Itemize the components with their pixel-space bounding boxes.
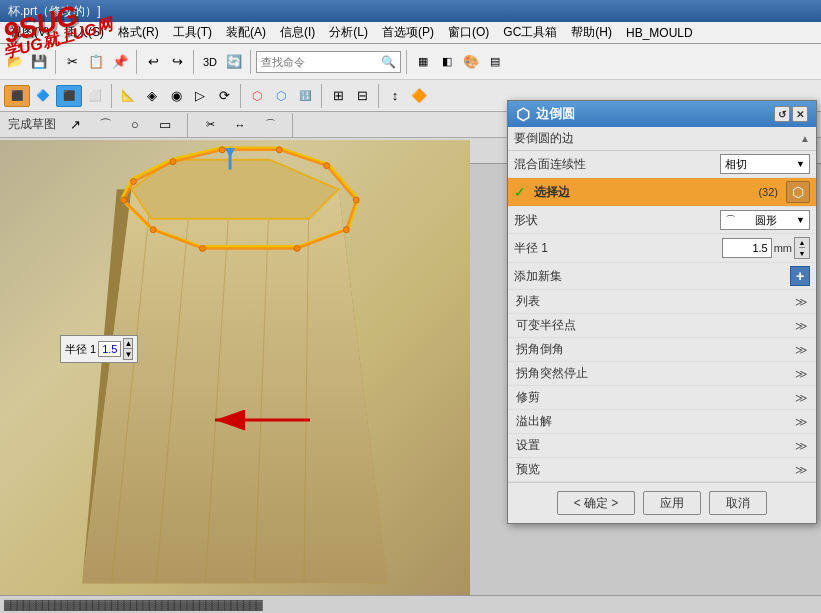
- undo-icon[interactable]: ↩: [142, 51, 164, 73]
- dialog-title-buttons: ↺ ✕: [774, 106, 808, 122]
- radius-popup-value[interactable]: 1.5: [98, 341, 121, 357]
- display-icon[interactable]: ◧: [436, 51, 458, 73]
- tool4-icon[interactable]: ⬜: [84, 85, 106, 107]
- 3d-view-icon[interactable]: 3D: [199, 51, 221, 73]
- paste-icon[interactable]: 📌: [109, 51, 131, 73]
- menu-info[interactable]: 信息(I): [274, 22, 321, 43]
- spin-up[interactable]: ▲: [124, 339, 132, 349]
- preview-label: 预览: [516, 461, 795, 478]
- menu-hbmould[interactable]: HB_MOULD: [620, 24, 699, 42]
- arc-icon[interactable]: ⌒: [94, 114, 116, 136]
- tool1-icon[interactable]: ⬛: [4, 85, 30, 107]
- menu-format[interactable]: 格式(R): [112, 22, 165, 43]
- toolbar-row1: 📂 💾 ✂ 📋 📌 ↩ ↪ 3D 🔄 🔍 ▦ ◧ 🎨 ▤: [0, 44, 821, 80]
- menu-help[interactable]: 帮助(H): [565, 22, 618, 43]
- tool10-icon[interactable]: ⬡: [246, 85, 268, 107]
- fillet-icon[interactable]: ⌒: [259, 114, 281, 136]
- menu-view[interactable]: 视图(V): [4, 22, 56, 43]
- tool9-icon[interactable]: ⟳: [213, 85, 235, 107]
- list-label: 列表: [516, 293, 795, 310]
- shape-combo[interactable]: ⌒ 圆形 ▼: [720, 210, 810, 230]
- radius1-spin[interactable]: ▲ ▼: [794, 237, 810, 259]
- menu-preferences[interactable]: 首选项(P): [376, 22, 440, 43]
- search-input[interactable]: [261, 56, 381, 68]
- rotate-icon[interactable]: 🔄: [223, 51, 245, 73]
- overflow-row[interactable]: 溢出解 ≫: [508, 410, 816, 434]
- svg-point-16: [353, 197, 359, 203]
- radius-spin[interactable]: ▲ ▼: [123, 338, 133, 360]
- dialog-title-icon: ⬡: [516, 105, 530, 124]
- tool14-icon[interactable]: ⊟: [351, 85, 373, 107]
- tool5-icon[interactable]: 📐: [117, 85, 139, 107]
- radius1-down[interactable]: ▼: [799, 248, 806, 258]
- grid-icon[interactable]: ▦: [412, 51, 434, 73]
- corner-sudden-row[interactable]: 拐角突然停止 ≫: [508, 362, 816, 386]
- menu-assembly[interactable]: 装配(A): [220, 22, 272, 43]
- redo-icon[interactable]: ↪: [166, 51, 188, 73]
- settings-icon: ≫: [795, 439, 808, 453]
- dialog-refresh-btn[interactable]: ↺: [774, 106, 790, 122]
- menu-analysis[interactable]: 分析(L): [323, 22, 374, 43]
- shape-icon: ⌒: [725, 213, 736, 228]
- open-icon[interactable]: 📂: [4, 51, 26, 73]
- settings-row[interactable]: 设置 ≫: [508, 434, 816, 458]
- layer-icon[interactable]: ▤: [484, 51, 506, 73]
- tool3-icon[interactable]: ⬛: [56, 85, 82, 107]
- select-edge-row[interactable]: ✓ 选择边 (32) ⬡: [508, 178, 816, 207]
- trim-icon[interactable]: ✂: [199, 114, 221, 136]
- edge-selector-icon[interactable]: ⬡: [786, 181, 810, 203]
- var-radius-icon: ≫: [795, 319, 808, 333]
- status-text: ▓▓▓▓▓▓▓▓▓▓▓▓▓▓▓▓▓▓▓▓▓▓▓▓▓▓▓▓▓▓▓▓▓▓▓▓▓▓▓▓…: [4, 599, 262, 610]
- separator5: [406, 50, 407, 74]
- search-box: 🔍: [256, 51, 401, 73]
- tool16-icon[interactable]: 🔶: [408, 85, 430, 107]
- preview-icon: ≫: [795, 463, 808, 477]
- radius1-input[interactable]: [722, 238, 772, 258]
- tool2-icon[interactable]: 🔷: [32, 85, 54, 107]
- tool11-icon[interactable]: ⬡: [270, 85, 292, 107]
- extend-icon[interactable]: ↔: [229, 114, 251, 136]
- viewport[interactable]: 半径 1 1.5 ▲ ▼: [0, 140, 470, 613]
- menu-tools[interactable]: 工具(T): [167, 22, 218, 43]
- search-icon[interactable]: 🔍: [381, 55, 396, 69]
- tool6-icon[interactable]: ◈: [141, 85, 163, 107]
- ok-button[interactable]: < 确定 >: [557, 491, 636, 515]
- cancel-button[interactable]: 取消: [709, 491, 767, 515]
- tool12-icon[interactable]: 🔢: [294, 85, 316, 107]
- dialog-close-btn[interactable]: ✕: [792, 106, 808, 122]
- spin-down[interactable]: ▼: [124, 349, 132, 359]
- preview-row[interactable]: 预览 ≫: [508, 458, 816, 482]
- add-set-btn[interactable]: +: [790, 266, 810, 286]
- select-edge-count: (32): [758, 186, 778, 198]
- var-radius-row[interactable]: 可变半径点 ≫: [508, 314, 816, 338]
- sep2-1: [111, 84, 112, 108]
- separator4: [250, 50, 251, 74]
- circle-icon[interactable]: ○: [124, 114, 146, 136]
- save-icon[interactable]: 💾: [28, 51, 50, 73]
- edge-selector-cube: ⬡: [792, 184, 804, 200]
- rect-icon[interactable]: ▭: [154, 114, 176, 136]
- sep2-2: [240, 84, 241, 108]
- menu-insert[interactable]: 插入(S): [58, 22, 110, 43]
- render-icon[interactable]: 🎨: [460, 51, 482, 73]
- svg-point-21: [121, 197, 127, 203]
- trim-row[interactable]: 修剪 ≫: [508, 386, 816, 410]
- tool15-icon[interactable]: ↕: [384, 85, 406, 107]
- menu-window[interactable]: 窗口(O): [442, 22, 495, 43]
- edge-section-collapse[interactable]: ▲: [800, 133, 810, 144]
- dialog-title-bar[interactable]: ⬡ 边倒圆 ↺ ✕: [508, 101, 816, 127]
- blend-combo-value: 相切: [725, 157, 747, 172]
- tool8-icon[interactable]: ▷: [189, 85, 211, 107]
- apply-button[interactable]: 应用: [643, 491, 701, 515]
- corner-setback-row[interactable]: 拐角倒角 ≫: [508, 338, 816, 362]
- copy-icon[interactable]: 📋: [85, 51, 107, 73]
- tool7-icon[interactable]: ◉: [165, 85, 187, 107]
- line-icon[interactable]: ↗: [64, 114, 86, 136]
- radius1-up[interactable]: ▲: [799, 238, 806, 248]
- list-row[interactable]: 列表 ≫: [508, 290, 816, 314]
- blend-combo[interactable]: 相切 ▼: [720, 154, 810, 174]
- overflow-label: 溢出解: [516, 413, 795, 430]
- menu-gc[interactable]: GC工具箱: [497, 22, 563, 43]
- tool13-icon[interactable]: ⊞: [327, 85, 349, 107]
- cut-icon[interactable]: ✂: [61, 51, 83, 73]
